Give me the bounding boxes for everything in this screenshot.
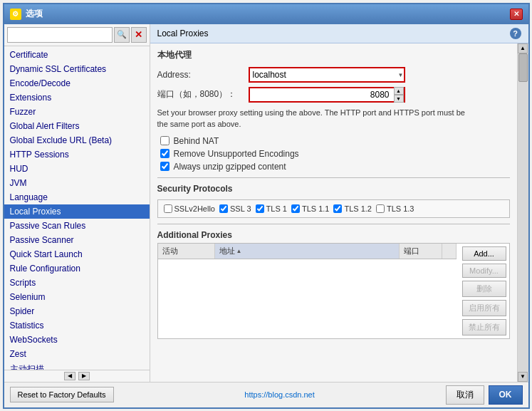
left-panel: 🔍 ✕ CertificateDynamic SSL CertificatesE… xyxy=(4,24,150,382)
protocol-checkbox-sslv2hello[interactable] xyxy=(164,204,172,213)
sidebar-item-passive-scan-rules[interactable]: Passive Scan Rules xyxy=(4,219,150,233)
port-input-wrapper: ▲ ▼ xyxy=(249,87,405,103)
protocol-label-tls1: TLS 1 xyxy=(266,204,287,213)
table-header-0[interactable]: 活动 xyxy=(158,244,215,259)
sidebar-item-rule-config[interactable]: Rule Configuration xyxy=(4,261,150,276)
bottom-bar: Reset to Factory Defaults https://blog.c… xyxy=(4,382,528,407)
clear-button[interactable]: ✕ xyxy=(131,27,147,43)
protocol-checkbox-tls11[interactable] xyxy=(291,204,300,213)
checkbox-behind-nat[interactable] xyxy=(160,136,169,145)
bottom-left: Reset to Factory Defaults xyxy=(10,387,114,402)
protocol-checkbox-ssl3[interactable] xyxy=(219,204,228,213)
disable-all-button[interactable]: 禁止所有 xyxy=(462,319,506,335)
protocol-checkbox-tls1[interactable] xyxy=(256,204,264,213)
search-button[interactable]: 🔍 xyxy=(114,27,130,43)
proxies-table: 活动地址▲端口 xyxy=(158,244,457,338)
sidebar-item-encode-decode[interactable]: Encode/Decode xyxy=(4,76,150,90)
protocol-item-tls12: TLS 1.2 xyxy=(333,204,372,213)
address-row: Address: ▼ xyxy=(157,67,510,83)
scroll-arrows: ◀ ▶ xyxy=(64,372,90,380)
checkbox-label-behind-nat: Behind NAT xyxy=(174,136,219,146)
sidebar-item-certificate[interactable]: Certificate xyxy=(4,48,150,62)
table-header-2[interactable]: 端口 xyxy=(400,244,442,259)
scrollbar-down-button[interactable]: ▼ xyxy=(518,372,528,382)
protocol-item-tls13: TLS 1.3 xyxy=(376,204,414,213)
sort-icon: ▲ xyxy=(236,248,242,254)
cancel-button[interactable]: 取消 xyxy=(446,385,484,405)
title-bar-left: ⚙ 选项 xyxy=(10,8,43,20)
sidebar-item-websockets[interactable]: WebSockets xyxy=(4,333,150,347)
port-input[interactable] xyxy=(249,87,405,103)
protocol-label-tls13: TLS 1.3 xyxy=(387,204,414,213)
sidebar-item-active-scan[interactable]: 主动扫描 xyxy=(4,361,150,370)
proxies-container: 活动地址▲端口 Add... Modify... 删除 启用所有 禁止所有 xyxy=(157,243,510,339)
table-scroll[interactable] xyxy=(158,259,457,323)
protocol-label-ssl3: SSL 3 xyxy=(230,204,251,213)
sidebar-item-global-alert[interactable]: Global Alert Filters xyxy=(4,119,150,133)
add-button[interactable]: Add... xyxy=(462,246,506,261)
sidebar-item-zest[interactable]: Zest xyxy=(4,347,150,361)
right-panel: Local Proxies ? 本地代理 Address: ▼ xyxy=(150,24,528,382)
scroll-left-arrow[interactable]: ◀ xyxy=(64,372,75,380)
sidebar-item-global-exclude[interactable]: Global Exclude URL (Beta) xyxy=(4,133,150,147)
sidebar-item-http-sessions[interactable]: HTTP Sessions xyxy=(4,147,150,162)
scrollbar-up-button[interactable]: ▲ xyxy=(518,43,528,53)
proxies-buttons: Add... Modify... 删除 启用所有 禁止所有 xyxy=(459,244,509,338)
address-input[interactable] xyxy=(249,67,405,83)
close-button[interactable]: ✕ xyxy=(510,9,523,20)
title-bar-buttons: ✕ xyxy=(510,9,523,20)
protocol-item-tls11: TLS 1.1 xyxy=(291,204,330,213)
modify-button[interactable]: Modify... xyxy=(462,264,506,278)
protocol-checkbox-tls13[interactable] xyxy=(376,204,385,213)
address-label: Address: xyxy=(157,70,243,80)
port-row: 端口（如，8080）： ▲ ▼ xyxy=(157,87,510,103)
delete-button[interactable]: 删除 xyxy=(462,281,506,297)
search-bar: 🔍 ✕ xyxy=(4,24,150,46)
sidebar-item-language[interactable]: Language xyxy=(4,190,150,204)
section-divider xyxy=(157,177,510,178)
enable-all-button[interactable]: 启用所有 xyxy=(462,300,506,316)
scroll-right-arrow[interactable]: ▶ xyxy=(78,372,90,380)
sidebar-item-extensions[interactable]: Extensions xyxy=(4,90,150,105)
protocol-item-ssl3: SSL 3 xyxy=(219,204,251,213)
panel-header: Local Proxies ? xyxy=(150,24,528,43)
options-window: ⚙ 选项 ✕ 🔍 ✕ CertificateDynamic SSL Certif… xyxy=(3,3,530,409)
sidebar-item-spider[interactable]: Spider xyxy=(4,304,150,318)
port-label: 端口（如，8080）： xyxy=(157,88,243,100)
checkboxes-container: Behind NATRemove Unsupported EncodingsAl… xyxy=(157,136,510,172)
search-input[interactable] xyxy=(7,27,113,43)
sidebar-item-fuzzer[interactable]: Fuzzer xyxy=(4,105,150,119)
sidebar-item-local-proxies[interactable]: Local Proxies xyxy=(4,204,150,219)
title-bar: ⚙ 选项 ✕ xyxy=(4,4,528,24)
checkbox-label-remove-unsupported: Remove Unsupported Encodings xyxy=(174,149,299,159)
info-text: Set your browser proxy setting using the… xyxy=(157,107,478,130)
sidebar-item-scripts[interactable]: Scripts xyxy=(4,276,150,290)
table-header-1[interactable]: 地址▲ xyxy=(215,244,400,259)
sidebar-item-dynamic-ssl[interactable]: Dynamic SSL Certificates xyxy=(4,62,150,76)
sidebar-item-hud[interactable]: HUD xyxy=(4,162,150,176)
help-icon[interactable]: ? xyxy=(510,28,521,39)
table-header-3[interactable] xyxy=(442,244,457,259)
scrollbar-thumb xyxy=(518,53,528,82)
scrollbar-track[interactable] xyxy=(518,53,528,372)
sidebar-item-quick-start[interactable]: Quick Start Launch xyxy=(4,247,150,261)
checkbox-always-unzip[interactable] xyxy=(160,162,169,171)
sidebar-item-jvm[interactable]: JVM xyxy=(4,176,150,190)
blog-url: https://blog.csdn.net xyxy=(244,390,314,399)
checkbox-remove-unsupported[interactable] xyxy=(160,149,169,158)
protocol-checkbox-tls12[interactable] xyxy=(333,204,342,213)
protocol-item-sslv2hello: SSLv2Hello xyxy=(164,204,215,213)
protocol-label-tls12: TLS 1.2 xyxy=(344,204,372,213)
bottom-right: 取消 OK xyxy=(446,385,523,405)
spinner-up-button[interactable]: ▲ xyxy=(394,87,404,95)
spinner-arrows: ▲ ▼ xyxy=(394,87,404,103)
sidebar-item-passive-scanner[interactable]: Passive Scanner xyxy=(4,233,150,247)
protocols-row: SSLv2HelloSSL 3TLS 1TLS 1.1TLS 1.2TLS 1.… xyxy=(157,199,510,218)
spinner-down-button[interactable]: ▼ xyxy=(394,95,404,103)
nav-scroll-bottom: ◀ ▶ xyxy=(4,370,150,382)
reset-button[interactable]: Reset to Factory Defaults xyxy=(10,387,114,402)
ok-button[interactable]: OK xyxy=(489,385,523,405)
sidebar-item-statistics[interactable]: Statistics xyxy=(4,318,150,333)
sidebar-item-selenium[interactable]: Selenium xyxy=(4,290,150,304)
additional-proxies-divider xyxy=(157,224,510,224)
